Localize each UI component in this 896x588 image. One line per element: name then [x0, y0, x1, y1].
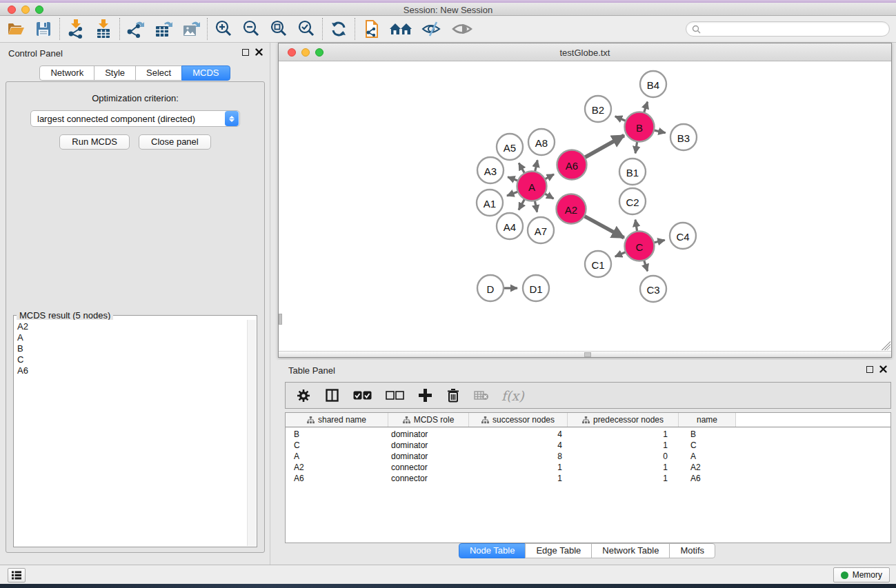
graph-edge-C-C4[interactable]	[654, 240, 665, 243]
cell-shared-name[interactable]: A2	[286, 463, 388, 472]
cell-successor-nodes[interactable]: 8	[469, 452, 568, 461]
zoom-fit-button[interactable]	[268, 19, 289, 39]
graph-edge-A-A6[interactable]	[545, 174, 554, 179]
hide-graphics-details-button[interactable]	[420, 19, 444, 39]
settings-gear-button[interactable]	[295, 387, 312, 404]
cell-successor-nodes[interactable]: 1	[469, 474, 568, 483]
zoom-in-button[interactable]	[213, 19, 234, 39]
import-network-button[interactable]	[66, 19, 86, 39]
tab-network[interactable]: Network	[39, 65, 94, 81]
cell-predecessor-nodes[interactable]: 1	[568, 429, 679, 439]
cell-shared-name[interactable]: A	[286, 452, 388, 461]
cell-successor-nodes[interactable]: 4	[469, 440, 568, 450]
search-field[interactable]	[686, 21, 890, 37]
table-row[interactable]: Bdominator41B	[286, 429, 890, 440]
cell-mcds-role[interactable]: connector	[388, 474, 469, 483]
table-row[interactable]: Adominator80A	[286, 451, 890, 462]
horizontal-scrollbar[interactable]	[279, 351, 891, 357]
result-item[interactable]: B	[14, 343, 247, 354]
graph-edge-A-A4[interactable]	[519, 199, 525, 210]
graph-edge-B-B3[interactable]	[654, 130, 666, 133]
select-all-columns-button[interactable]	[352, 387, 372, 404]
cell-successor-nodes[interactable]: 4	[469, 429, 568, 439]
graph-edge-B-B4[interactable]	[644, 102, 648, 113]
result-item[interactable]: A2	[14, 321, 247, 332]
home-button[interactable]	[388, 19, 413, 39]
graph-edge-A2-C[interactable]	[584, 216, 624, 238]
open-recent-session-button[interactable]	[361, 19, 381, 39]
function-builder-button[interactable]: f(x)	[501, 388, 524, 403]
cell-mcds-role[interactable]: dominator	[388, 440, 469, 450]
show-column-button[interactable]	[323, 387, 340, 404]
zoom-selected-button[interactable]	[296, 19, 317, 39]
tab-style[interactable]: Style	[94, 65, 136, 81]
add-row-button[interactable]	[417, 387, 433, 404]
window-resize-grip[interactable]	[882, 341, 890, 350]
run-mcds-button[interactable]: Run MCDS	[59, 134, 130, 150]
graph-edge-C-C1[interactable]	[615, 252, 626, 257]
graph-edge-A-A1[interactable]	[507, 192, 518, 196]
search-input[interactable]	[701, 24, 880, 34]
criterion-dropdown[interactable]: largest connected component (directed)	[30, 110, 240, 127]
clear-table-button[interactable]	[473, 387, 490, 404]
column-header-shared-name[interactable]: shared name	[286, 413, 388, 427]
float-panel-icon[interactable]	[242, 49, 249, 56]
float-table-panel-icon[interactable]	[866, 366, 873, 373]
cell-name[interactable]: A6	[679, 474, 736, 483]
vertical-scrollbar-thumb[interactable]	[279, 314, 282, 325]
table-row[interactable]: A2connector11A2	[286, 462, 890, 473]
zoom-out-button[interactable]	[241, 19, 261, 39]
cell-shared-name[interactable]: B	[286, 429, 388, 439]
save-session-button[interactable]	[33, 19, 54, 39]
cell-name[interactable]: A2	[679, 463, 736, 472]
network-canvas[interactable]: B4B2BB3A5A8A6B1A3AC2A1A2A4A7C4CC1DD1C3	[279, 61, 891, 351]
cell-name[interactable]: C	[679, 440, 736, 450]
memory-button[interactable]: Memory	[833, 567, 890, 582]
result-list-scrollbar[interactable]	[247, 320, 256, 546]
column-header-mcds-role[interactable]: MCDS role	[388, 413, 469, 427]
close-panel-icon[interactable]	[255, 48, 263, 56]
result-item[interactable]: C	[14, 354, 247, 365]
close-table-panel-icon[interactable]	[879, 365, 887, 373]
cell-predecessor-nodes[interactable]: 1	[568, 440, 679, 450]
delete-row-button[interactable]	[445, 387, 461, 404]
network-window-titlebar[interactable]: testGlobe.txt	[279, 43, 891, 61]
graph-edge-A-A3[interactable]	[508, 177, 518, 181]
table-row[interactable]: Cdominator41C	[286, 440, 890, 451]
cell-predecessor-nodes[interactable]: 1	[568, 463, 679, 472]
unselect-all-columns-button[interactable]	[384, 387, 405, 404]
export-network-button[interactable]	[126, 19, 146, 39]
tab-select[interactable]: Select	[135, 65, 182, 81]
cell-mcds-role[interactable]: dominator	[388, 452, 469, 461]
show-panels-list-button[interactable]	[8, 568, 26, 582]
export-table-button[interactable]	[153, 19, 174, 39]
result-item[interactable]: A	[14, 332, 247, 343]
horizontal-scrollbar-thumb[interactable]	[584, 352, 591, 357]
cell-mcds-role[interactable]: connector	[388, 463, 469, 472]
refresh-button[interactable]	[328, 19, 349, 39]
cell-predecessor-nodes[interactable]: 1	[568, 474, 679, 483]
graph-edge-A-A7[interactable]	[535, 201, 537, 212]
graph-edge-A-A5[interactable]	[519, 163, 524, 174]
tab-node-table[interactable]: Node Table	[459, 543, 526, 558]
tab-mcds[interactable]: MCDS	[181, 65, 230, 81]
graph-edge-A-A8[interactable]	[535, 160, 538, 172]
cell-successor-nodes[interactable]: 1	[469, 463, 568, 472]
graph-edge-B-B1[interactable]	[635, 141, 637, 153]
column-header-predecessor-nodes[interactable]: predecessor nodes	[568, 413, 679, 427]
close-panel-button[interactable]: Close panel	[139, 134, 211, 150]
graph-edge-C-C2[interactable]	[635, 220, 637, 232]
open-session-button[interactable]	[6, 19, 26, 39]
tab-motifs[interactable]: Motifs	[669, 543, 715, 558]
cell-shared-name[interactable]: C	[286, 440, 388, 450]
column-header-successor-nodes[interactable]: successor nodes	[469, 413, 568, 427]
cell-name[interactable]: A	[679, 452, 736, 461]
import-table-button[interactable]	[93, 19, 114, 39]
result-item[interactable]: A6	[14, 365, 247, 376]
graph-edge-A6-B[interactable]	[585, 136, 624, 158]
column-header-name[interactable]: name	[679, 413, 736, 427]
table-row[interactable]: A6connector11A6	[286, 473, 890, 484]
cell-shared-name[interactable]: A6	[286, 474, 388, 483]
cell-name[interactable]: B	[679, 429, 736, 439]
export-image-button[interactable]	[181, 19, 201, 39]
